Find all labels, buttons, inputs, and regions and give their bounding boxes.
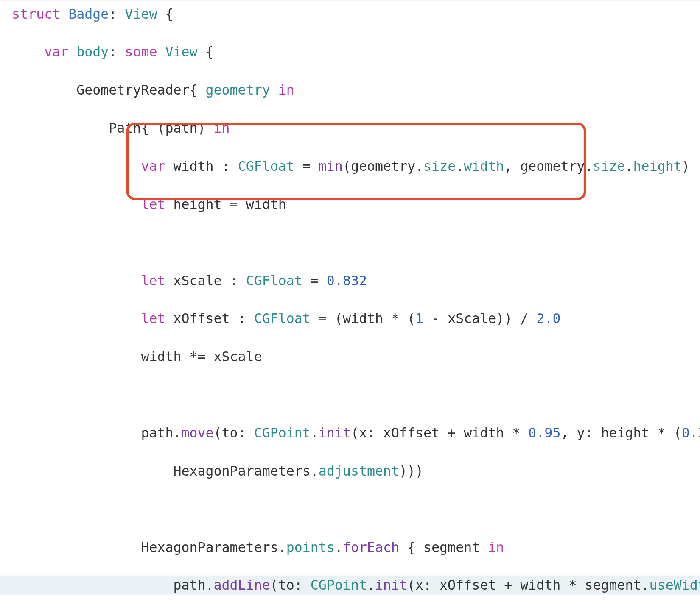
code-token: CGFloat bbox=[254, 311, 311, 326]
code-token: in bbox=[488, 539, 504, 555]
code-token: init bbox=[319, 425, 351, 440]
code-token: { bbox=[198, 44, 214, 60]
code-token bbox=[12, 387, 20, 403]
code-token: . bbox=[367, 577, 375, 593]
code-token: size bbox=[593, 158, 625, 174]
code-token: : bbox=[109, 6, 125, 22]
code-line[interactable]: Path{ (path) in bbox=[0, 118, 700, 137]
code-token: : bbox=[109, 44, 125, 60]
code-line[interactable]: var width : CGFloat = min(geometry.size.… bbox=[0, 156, 700, 176]
code-token: . bbox=[311, 425, 319, 440]
code-token: ))) bbox=[399, 463, 423, 479]
code-token: View bbox=[125, 6, 157, 22]
code-token bbox=[12, 196, 141, 212]
code-token: width bbox=[464, 158, 504, 174]
code-token: useWidth bbox=[650, 577, 700, 593]
code-token: xOffset : bbox=[173, 311, 254, 326]
code-token: = (width * ( bbox=[311, 311, 415, 326]
code-token: . bbox=[335, 539, 343, 555]
code-token: let bbox=[141, 311, 173, 326]
code-token: var bbox=[44, 44, 76, 60]
code-token: GeometryReader{ bbox=[12, 82, 205, 98]
code-token: size bbox=[423, 158, 456, 174]
code-token bbox=[270, 82, 278, 98]
code-token: - xScale)) / bbox=[423, 311, 536, 326]
code-token: move bbox=[181, 425, 213, 440]
code-token: CGFloat bbox=[246, 273, 302, 288]
code-token: some bbox=[125, 44, 165, 60]
code-content: struct Badge: View { var body: some View… bbox=[0, 4, 700, 613]
code-token: (to: bbox=[214, 425, 254, 440]
code-token bbox=[12, 501, 20, 517]
code-token: CGPoint bbox=[311, 577, 367, 593]
code-token: { bbox=[157, 6, 173, 22]
code-line[interactable]: let xOffset : CGFloat = (width * (1 - xS… bbox=[0, 309, 700, 328]
code-token: , geometry. bbox=[504, 158, 593, 174]
code-token: = bbox=[302, 273, 327, 288]
code-token: (to: bbox=[270, 577, 311, 593]
code-token: path. bbox=[12, 425, 181, 440]
code-token: CGFloat bbox=[238, 158, 294, 174]
code-token: (x: xOffset + width * bbox=[351, 425, 528, 440]
code-line[interactable]: let xScale : CGFloat = 0.832 bbox=[0, 271, 700, 290]
code-line[interactable]: var body: some View { bbox=[0, 42, 700, 61]
code-token: View bbox=[165, 44, 197, 60]
code-token: adjustment bbox=[319, 463, 399, 479]
code-line[interactable]: let height = width bbox=[0, 195, 700, 214]
code-token bbox=[12, 273, 141, 288]
code-token: 0.20 bbox=[682, 425, 700, 440]
code-line[interactable] bbox=[0, 233, 700, 252]
code-token: . bbox=[625, 158, 633, 174]
code-line[interactable]: path.move(to: CGPoint.init(x: xOffset + … bbox=[0, 423, 700, 442]
code-token: = bbox=[294, 158, 319, 174]
code-token: Path{ (path) bbox=[12, 120, 213, 136]
code-token: body bbox=[76, 44, 109, 60]
code-token: points bbox=[286, 539, 335, 555]
code-editor[interactable]: struct Badge: View { var body: some View… bbox=[0, 0, 700, 613]
code-token: xScale : bbox=[173, 273, 246, 288]
code-token: (geometry. bbox=[343, 158, 423, 174]
code-token: height = width bbox=[173, 196, 286, 212]
code-token: Badge bbox=[68, 6, 109, 22]
code-token: HexagonParameters. bbox=[12, 539, 286, 555]
code-line[interactable]: HexagonParameters.points.forEach { segme… bbox=[0, 538, 700, 557]
code-token: let bbox=[141, 273, 173, 288]
code-line[interactable] bbox=[0, 385, 700, 404]
code-token: ) bbox=[682, 158, 690, 174]
code-token: (x: xOffset + width * segment. bbox=[407, 577, 650, 593]
code-line[interactable]: path.addLine(to: CGPoint.init(x: xOffset… bbox=[0, 576, 700, 595]
code-token: 2.0 bbox=[536, 311, 560, 326]
code-line[interactable]: width *= xScale bbox=[0, 347, 700, 366]
code-token bbox=[12, 158, 141, 174]
code-token: { segment bbox=[399, 539, 488, 555]
code-token: HexagonParameters. bbox=[12, 463, 319, 479]
code-token bbox=[12, 234, 20, 250]
code-token bbox=[12, 311, 141, 326]
code-token bbox=[12, 44, 44, 60]
code-token: forEach bbox=[343, 539, 399, 555]
code-token: struct bbox=[12, 6, 68, 22]
code-token: CGPoint bbox=[254, 425, 311, 440]
code-line[interactable] bbox=[0, 499, 700, 518]
code-token: 0.95 bbox=[528, 425, 560, 440]
code-token: . bbox=[456, 158, 464, 174]
code-token: addLine bbox=[214, 577, 270, 593]
code-token: in bbox=[214, 120, 230, 136]
code-token: var bbox=[141, 158, 173, 174]
code-line[interactable]: HexagonParameters.adjustment))) bbox=[0, 461, 700, 480]
code-token: let bbox=[141, 196, 173, 212]
code-token: min bbox=[319, 158, 343, 174]
code-token: in bbox=[278, 82, 294, 98]
code-token: 0.832 bbox=[327, 273, 367, 288]
code-token: 1 bbox=[415, 311, 423, 326]
code-token: init bbox=[375, 577, 407, 593]
code-token: width *= xScale bbox=[12, 349, 262, 365]
code-token: width : bbox=[173, 158, 238, 174]
code-token: geometry bbox=[206, 82, 270, 98]
code-token: height bbox=[633, 158, 682, 174]
code-line[interactable]: struct Badge: View { bbox=[0, 4, 700, 23]
code-line[interactable]: GeometryReader{ geometry in bbox=[0, 81, 700, 100]
code-token: path. bbox=[12, 577, 213, 593]
code-token: , y: height * ( bbox=[560, 425, 681, 440]
